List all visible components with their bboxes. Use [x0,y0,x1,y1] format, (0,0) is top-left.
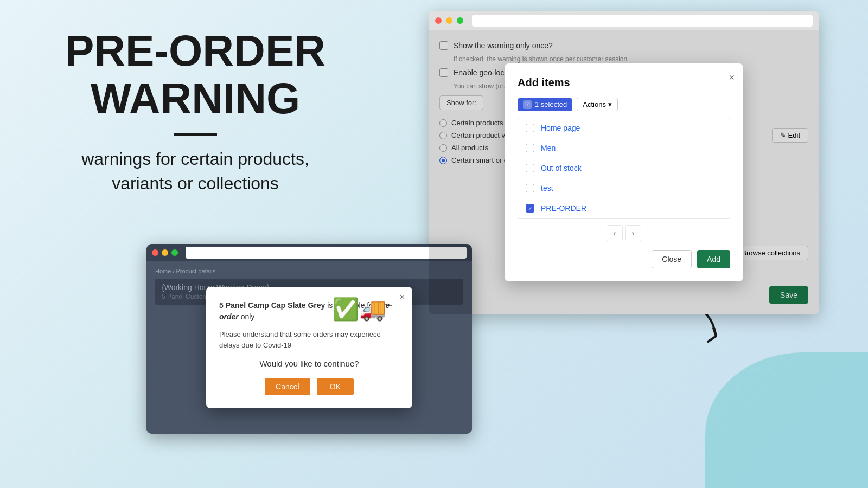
left-panel: PRE-ORDER WARNING warnings for certain p… [33,27,358,196]
truck-icon: ✅🚚 [332,297,386,322]
modal-close-button[interactable]: × [729,72,735,84]
preview-minimize-dot[interactable] [162,249,168,256]
selected-count-label: 1 selected [535,100,567,108]
browser-main-content: Show the warning only once? If checked, … [429,30,819,314]
add-items-modal: Add items × ☑ 1 selected Actions ▾ [505,63,743,281]
prev-page-button[interactable]: ‹ [607,225,623,241]
test-link[interactable]: test [541,184,553,192]
selected-indicator: ☑ 1 selected [518,98,572,111]
actions-button[interactable]: Actions ▾ [577,98,618,111]
browser-main-window: Show the warning only once? If checked, … [429,11,819,314]
close-dot[interactable] [435,17,442,24]
dialog-message: Please understand that some orders may e… [219,329,399,350]
title-divider [174,133,217,136]
preorder-dialog: × ✅🚚 5 Panel Camp Cap Slate Grey is avai… [206,287,412,408]
home-page-link[interactable]: Home page [541,124,580,132]
next-page-button[interactable]: › [625,225,641,241]
modal-add-btn[interactable]: Add [697,250,730,268]
modal-pagination: ‹ › [518,225,730,241]
list-item: Out of stock [518,158,730,178]
men-checkbox[interactable] [526,144,534,152]
only-text: only [241,312,255,321]
items-list: Home page Men Out of stock test [518,118,730,219]
home-page-checkbox[interactable] [526,124,534,132]
main-title-line1: PRE-ORDER [33,27,358,75]
dialog-buttons: Cancel OK [219,378,399,395]
dialog-question: Would you like to continue? [219,359,399,368]
main-address-bar[interactable] [472,15,813,27]
list-item: Home page [518,118,730,138]
men-link[interactable]: Men [541,144,556,152]
dialog-close-button[interactable]: × [400,292,405,302]
modal-footer: Close Add [518,250,730,268]
preview-content: Home / Product details {Working Hours Wa… [146,261,472,434]
list-item: test [518,178,730,198]
minimize-dot[interactable] [446,17,452,24]
breadcrumb: Home / Product details [155,268,463,274]
actions-chevron: ▾ [608,100,612,108]
browser-main-titlebar [429,11,819,30]
out-of-stock-link[interactable]: Out of stock [541,164,582,172]
actions-label: Actions [583,100,606,108]
dialog-ok-button[interactable]: OK [317,378,354,395]
preview-close-dot[interactable] [152,249,158,256]
out-of-stock-checkbox[interactable] [526,164,534,172]
modal-toolbar: ☑ 1 selected Actions ▾ [518,98,730,111]
modal-overlay: Add items × ☑ 1 selected Actions ▾ [429,30,819,314]
maximize-dot[interactable] [457,17,463,24]
list-item: PRE-ORDER [518,198,730,218]
decorative-shape [705,352,868,488]
main-title-line2: WARNING [33,75,358,123]
browser-preview-window: Home / Product details {Working Hours Wa… [146,244,472,434]
preview-maximize-dot[interactable] [171,249,178,256]
selected-icon: ☑ [523,100,532,109]
preorder-checkbox[interactable] [526,204,534,213]
preview-address-bar[interactable] [186,247,467,259]
browser-preview-titlebar [146,244,472,261]
subtitle: warnings for certain products,variants o… [33,147,358,196]
dialog-cancel-button[interactable]: Cancel [265,378,310,395]
modal-close-btn[interactable]: Close [652,250,692,268]
product-name: 5 Panel Camp Cap Slate Grey [219,301,325,310]
modal-title: Add items [518,76,730,89]
list-item: Men [518,138,730,158]
test-checkbox[interactable] [526,184,534,192]
preorder-link[interactable]: PRE-ORDER [541,204,586,213]
